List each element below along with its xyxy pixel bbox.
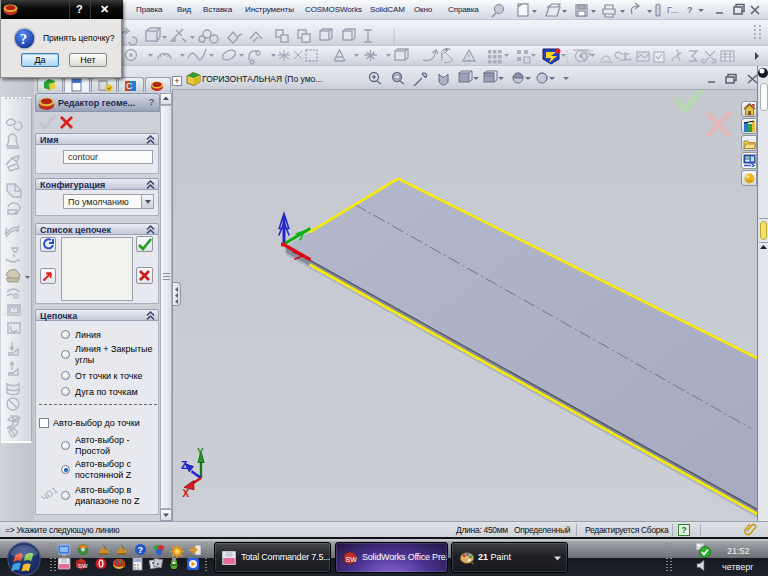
svg-text:?: ? [138,545,144,555]
svg-text:Y: Y [197,447,204,458]
svg-text:?: ? [687,5,693,15]
svg-text:Z: Z [181,460,187,471]
svg-text:ABC: ABC [580,49,594,56]
svg-text:SW: SW [78,563,88,569]
svg-text:X: X [183,488,190,499]
svg-text:SW: SW [346,556,357,563]
svg-text:ЧD1: ЧD1 [40,485,58,503]
svg-text:Г...: Г... [667,5,678,15]
svg-text:C: C [126,81,133,91]
svg-text:?: ? [20,32,27,47]
